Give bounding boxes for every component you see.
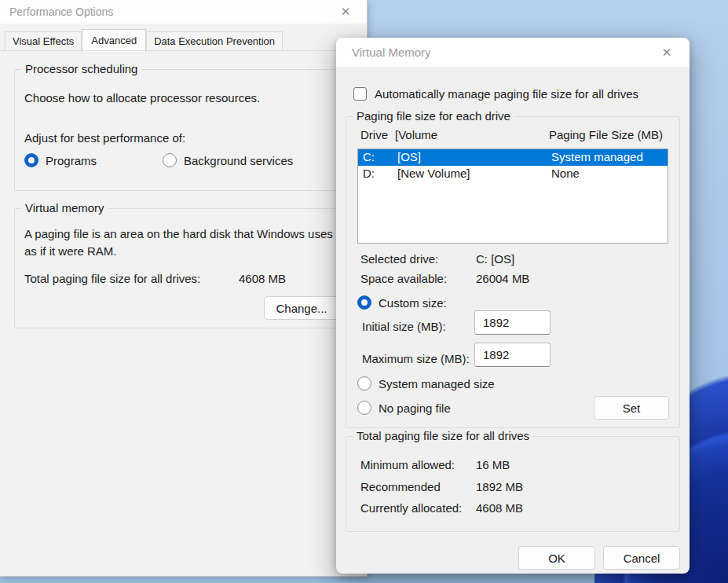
selected-drive-value: C: [OS] — [476, 252, 514, 266]
ok-button[interactable]: OK — [518, 546, 595, 570]
processor-scheduling-group: Processor scheduling Choose how to alloc… — [14, 69, 360, 191]
virtual-memory-dialog: Virtual Memory ✕ Automatically manage pa… — [336, 38, 690, 574]
drive-paging-size: None — [551, 167, 580, 180]
paging-file-group: Paging file size for each drive Drive [V… — [346, 116, 680, 428]
performance-options-dialog: Performance Options ✕ Visual Effects Adv… — [0, 0, 368, 577]
radio-background-services-label: Background services — [184, 154, 293, 167]
radio-system-managed[interactable]: System managed size — [357, 376, 495, 390]
radio-custom-size[interactable]: Custom size: — [357, 295, 447, 310]
drive-row-c[interactable]: C: [OS] System managed — [358, 149, 668, 166]
space-available-label: Space available: — [360, 272, 447, 285]
radio-unselected-icon — [163, 153, 177, 167]
no-paging-file-label: No paging file — [379, 402, 451, 415]
maximum-size-input[interactable] — [474, 343, 551, 367]
radio-unselected-icon — [357, 376, 371, 390]
radio-programs[interactable]: Programs — [24, 153, 97, 167]
set-button[interactable]: Set — [594, 396, 669, 420]
drive-listbox[interactable]: C: [OS] System managed D: [New Volume] N… — [357, 148, 668, 244]
drive-paging-size: System managed — [551, 150, 643, 163]
virtual-memory-group-label: Virtual memory — [21, 201, 108, 214]
tab-data-execution-prevention[interactable]: Data Execution Prevention — [146, 31, 283, 51]
column-header-size: Paging File Size (MB) — [549, 128, 663, 141]
total-paging-value: 4608 MB — [239, 272, 286, 285]
radio-programs-label: Programs — [46, 154, 97, 167]
column-header-drive: Drive — [360, 128, 388, 141]
paging-file-description-line1: A paging file is an area on the hard dis… — [24, 227, 333, 240]
total-paging-group-label: Total paging file size for all drives — [353, 429, 533, 442]
checkbox-unchecked-icon — [353, 87, 367, 101]
tab-visual-effects[interactable]: Visual Effects — [5, 31, 82, 51]
tab-advanced[interactable]: Advanced — [82, 29, 146, 52]
drive-volume: [OS] — [397, 150, 421, 163]
drive-row-d[interactable]: D: [New Volume] None — [358, 166, 668, 182]
recommended-label: Recommended — [360, 480, 441, 493]
selected-drive-label: Selected drive: — [360, 252, 438, 266]
minimum-allowed-label: Minimum allowed: — [360, 458, 455, 471]
processor-scheduling-group-label: Processor scheduling — [21, 62, 141, 75]
radio-selected-icon — [24, 153, 38, 167]
change-button[interactable]: Change... — [264, 296, 339, 320]
virtual-memory-group: Virtual memory A paging file is an area … — [14, 208, 360, 328]
currently-allocated-label: Currently allocated: — [360, 501, 462, 515]
paging-file-group-label: Paging file size for each drive — [353, 109, 514, 123]
close-icon[interactable]: ✕ — [657, 43, 677, 62]
tabstrip: Visual Effects Advanced Data Execution P… — [5, 30, 283, 51]
performance-options-title: Performance Options — [9, 6, 113, 18]
auto-manage-label: Automatically manage paging file size fo… — [375, 87, 638, 101]
maximum-size-label: Maximum size (MB): — [362, 352, 470, 365]
currently-allocated-value: 4608 MB — [476, 501, 523, 515]
minimum-allowed-value: 16 MB — [476, 458, 510, 471]
virtual-memory-title: Virtual Memory — [352, 46, 431, 59]
auto-manage-checkbox-row[interactable]: Automatically manage paging file size fo… — [353, 87, 638, 101]
close-icon[interactable]: ✕ — [335, 2, 356, 21]
drive-letter: D: — [363, 167, 375, 180]
performance-options-titlebar: Performance Options ✕ — [0, 0, 367, 24]
cancel-button[interactable]: Cancel — [603, 546, 680, 570]
recommended-value: 1892 MB — [476, 480, 523, 493]
system-managed-label: System managed size — [379, 377, 495, 390]
radio-selected-icon — [357, 295, 371, 310]
adjust-performance-label: Adjust for best performance of: — [24, 131, 185, 145]
paging-file-description-line2: as if it were RAM. — [24, 244, 117, 258]
radio-unselected-icon — [357, 401, 371, 415]
radio-no-paging-file[interactable]: No paging file — [357, 401, 451, 415]
total-paging-group: Total paging file size for all drives Mi… — [346, 436, 680, 532]
virtual-memory-titlebar: Virtual Memory ✕ — [336, 38, 690, 67]
column-header-volume: [Volume — [395, 128, 437, 141]
radio-background-services[interactable]: Background services — [163, 153, 293, 167]
drive-volume: [New Volume] — [397, 167, 470, 180]
initial-size-input[interactable] — [474, 310, 551, 335]
space-available-value: 26004 MB — [476, 272, 529, 285]
custom-size-label: Custom size: — [379, 296, 447, 310]
drive-letter: C: — [363, 150, 375, 163]
tab-page-border — [0, 50, 367, 51]
processor-scheduling-description: Choose how to allocate processor resourc… — [24, 91, 260, 104]
initial-size-label: Initial size (MB): — [362, 320, 446, 333]
total-paging-label: Total paging file size for all drives: — [24, 272, 200, 285]
